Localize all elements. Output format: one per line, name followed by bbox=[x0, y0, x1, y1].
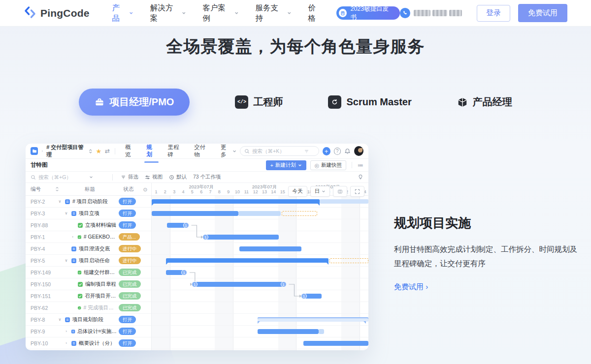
column-settings-icon[interactable]: ⊙ bbox=[139, 186, 151, 192]
status-badge[interactable]: 进行中 bbox=[119, 257, 141, 264]
gantt-bar[interactable] bbox=[238, 211, 281, 216]
table-row[interactable]: PBY-9 › 总体设计=实施方案（... 打开 bbox=[26, 326, 151, 337]
sort-icon[interactable] bbox=[55, 186, 62, 192]
project-icon[interactable] bbox=[31, 147, 38, 155]
row-gridline bbox=[152, 243, 368, 243]
status-badge[interactable]: 打开 bbox=[119, 198, 136, 205]
gantt-bar[interactable] bbox=[152, 199, 320, 204]
split-view-button[interactable] bbox=[333, 186, 347, 197]
table-row[interactable]: PBY-8 ∨ 项目规划阶段 打开 bbox=[26, 314, 151, 326]
status-badge[interactable]: 打开 bbox=[119, 316, 136, 323]
new-snapshot-button[interactable]: ◎ 新建快照 bbox=[310, 160, 346, 170]
app-tab-0[interactable]: 概览 bbox=[125, 144, 135, 158]
swap-icon[interactable]: ⇄ bbox=[105, 148, 110, 154]
gantt-bar[interactable] bbox=[319, 329, 324, 334]
login-button[interactable]: 登录 bbox=[477, 5, 510, 22]
role-tab-3[interactable]: 产品经理 bbox=[457, 95, 512, 109]
status-badge[interactable]: 打开 bbox=[119, 210, 136, 217]
avatar[interactable] bbox=[354, 146, 363, 156]
filter-control[interactable]: 筛选 bbox=[121, 174, 138, 181]
app-tab-3[interactable]: 交付物 bbox=[194, 144, 210, 158]
feature-trial-link[interactable]: 免费试用 › bbox=[394, 282, 428, 291]
role-tab-2[interactable]: Scrum Master bbox=[328, 95, 411, 109]
status-badge[interactable]: 打开 bbox=[119, 328, 136, 335]
app-tab-4[interactable]: 更多 bbox=[221, 144, 236, 158]
table-row[interactable]: PBY-2 ∨ # 项目启动阶段 打开 bbox=[26, 196, 151, 208]
table-row[interactable]: PBY-10 › 概要设计（分） 打开 bbox=[26, 337, 151, 349]
status-badge[interactable]: 打开 bbox=[119, 221, 136, 229]
fullscreen-button[interactable] bbox=[350, 186, 364, 197]
table-row[interactable]: PBY-149 组建交付群和工作台 已完成 bbox=[26, 267, 151, 278]
status-badge[interactable]: 产品... bbox=[119, 233, 140, 241]
table-row[interactable]: PBY-1 › # GEEKBOOKS 极... 产品... bbox=[26, 231, 151, 243]
gantt-bar[interactable] bbox=[152, 211, 238, 216]
create-button[interactable]: + bbox=[323, 147, 330, 155]
gantt-bar[interactable] bbox=[320, 199, 368, 204]
gantt-bar[interactable] bbox=[303, 341, 368, 346]
logo[interactable]: PingCode bbox=[24, 6, 90, 21]
gantt-bar[interactable] bbox=[205, 235, 279, 240]
status-badge[interactable]: 已完成 bbox=[119, 269, 141, 276]
column-header-status[interactable]: 状态 bbox=[118, 186, 139, 193]
global-search[interactable] bbox=[240, 146, 319, 156]
free-trial-button[interactable]: 免费试用 bbox=[518, 4, 567, 22]
expand-caret-icon[interactable]: ∨ bbox=[57, 199, 63, 204]
expand-caret-icon[interactable]: › bbox=[64, 329, 69, 334]
new-plan-button[interactable]: + 新建计划 bbox=[266, 160, 306, 170]
view-control[interactable]: 视图 bbox=[145, 174, 163, 181]
app-tab-1[interactable]: 规划 bbox=[146, 144, 157, 158]
role-tab-1[interactable]: </>工程师 bbox=[235, 95, 283, 109]
project-switcher[interactable]: # 交付型项目管理 bbox=[46, 144, 92, 158]
table-row[interactable]: PBY-4 项目澄清交底 进行中 bbox=[26, 243, 151, 255]
gantt-bar[interactable] bbox=[194, 282, 284, 287]
table-row[interactable]: PBY-151 召开项目开工会 已完成 bbox=[26, 290, 151, 302]
expand-caret-icon[interactable]: ∨ bbox=[57, 317, 63, 322]
gantt-bar[interactable] bbox=[166, 258, 328, 263]
table-row[interactable]: PBY-88 立项材料编辑 打开 bbox=[26, 219, 151, 231]
status-badge[interactable]: 进行中 bbox=[119, 245, 141, 252]
gantt-bar[interactable] bbox=[282, 211, 317, 216]
expand-caret-icon[interactable]: › bbox=[70, 235, 75, 239]
table-row[interactable]: PBY-5 ∨ 项目启动任命 进行中 bbox=[26, 255, 151, 267]
nav-item-3[interactable]: 服务支持 bbox=[255, 3, 291, 24]
help-icon[interactable]: ? bbox=[334, 148, 341, 155]
expand-caret-icon[interactable]: ∨ bbox=[64, 211, 69, 215]
table-row[interactable]: PBY-150 编制项目章程 已完成 bbox=[26, 278, 151, 290]
table-row[interactable]: PBY-3 ∨ 项目立项 打开 bbox=[26, 208, 151, 219]
column-header-title[interactable]: 标题 bbox=[62, 186, 118, 193]
gantt-bar[interactable] bbox=[258, 329, 319, 334]
status-badge[interactable]: 已完成 bbox=[119, 304, 141, 311]
bell-icon[interactable] bbox=[344, 148, 351, 154]
today-button[interactable]: 今天 bbox=[288, 186, 307, 197]
column-header-id[interactable]: 编号 bbox=[26, 186, 55, 193]
status-badge[interactable]: 已完成 bbox=[119, 280, 141, 288]
app-tab-2[interactable]: 里程碑 bbox=[167, 144, 183, 158]
status-badge[interactable]: 打开 bbox=[119, 339, 136, 347]
whitepaper-badge[interactable]: 2023敏捷白皮书 bbox=[336, 6, 400, 20]
global-search-input[interactable] bbox=[252, 148, 301, 154]
preset-control[interactable]: 默认 bbox=[169, 174, 187, 181]
work-item-id: PBY-2 bbox=[26, 199, 55, 205]
nav-item-2[interactable]: 客户案例 bbox=[203, 3, 239, 24]
expand-caret-icon[interactable]: › bbox=[64, 341, 69, 345]
gantt-bar[interactable] bbox=[239, 246, 302, 251]
gantt-search-input[interactable] bbox=[38, 174, 87, 180]
gantt-bar[interactable] bbox=[258, 317, 369, 322]
dependency-badge[interactable]: 1 bbox=[301, 293, 307, 299]
nav-item-0[interactable]: 产品 bbox=[112, 3, 133, 24]
status-badge[interactable]: 已完成 bbox=[119, 292, 141, 300]
nav-item-4[interactable]: 价格 bbox=[308, 3, 323, 24]
gantt-bar[interactable] bbox=[329, 258, 368, 263]
dependency-badge[interactable]: 1 bbox=[281, 281, 287, 287]
nav-item-1[interactable]: 解决方案 bbox=[150, 3, 186, 24]
dependency-badge[interactable]: 1 bbox=[183, 222, 189, 228]
table-row[interactable]: PBY-62 # 完成项目启动阶段... 已完成 bbox=[26, 302, 151, 314]
dependency-badge[interactable]: 1 bbox=[181, 270, 187, 275]
role-tab-0[interactable]: 项目经理/PMO bbox=[79, 89, 190, 116]
lightbulb-icon[interactable] bbox=[358, 174, 363, 180]
zoom-unit-dropdown[interactable]: 日 bbox=[310, 186, 330, 197]
expand-caret-icon[interactable]: ∨ bbox=[64, 258, 69, 263]
gantt-search[interactable] bbox=[31, 174, 104, 180]
list-view-icon[interactable]: ≔ bbox=[358, 162, 363, 169]
star-favorite-icon[interactable]: ★ bbox=[96, 148, 101, 155]
